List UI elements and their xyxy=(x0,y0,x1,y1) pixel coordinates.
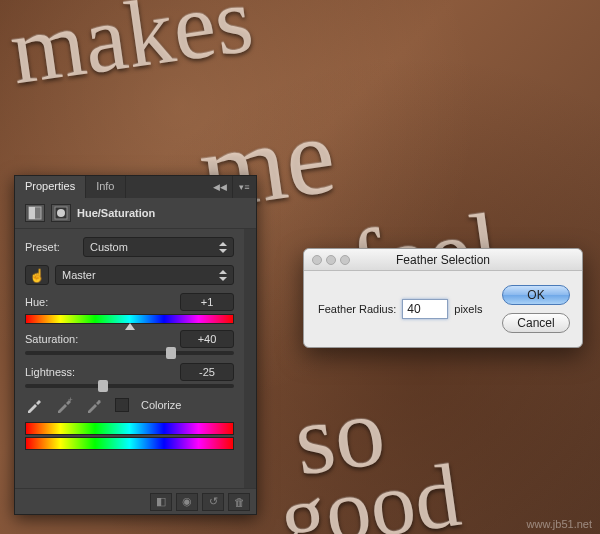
delete-adjustment-button[interactable]: 🗑 xyxy=(228,493,250,511)
feather-radius-unit: pixels xyxy=(454,303,482,315)
dialog-titlebar[interactable]: Feather Selection xyxy=(304,249,582,271)
lightness-input[interactable]: -25 xyxy=(180,363,234,381)
colorize-label: Colorize xyxy=(141,399,181,411)
ok-button[interactable]: OK xyxy=(502,285,570,305)
svg-rect-1 xyxy=(29,207,35,219)
properties-panel: Properties Info ◀◀ ▾≡ Hue/Saturation Pre… xyxy=(14,175,257,515)
preset-value: Custom xyxy=(90,241,128,253)
hue-slider-thumb[interactable] xyxy=(125,323,135,330)
hue-slider[interactable] xyxy=(25,314,234,324)
channel-value: Master xyxy=(62,269,96,281)
clip-to-layer-button[interactable]: ◧ xyxy=(150,493,172,511)
saturation-slider-thumb[interactable] xyxy=(166,347,176,359)
lightness-label: Lightness: xyxy=(25,366,77,378)
feather-radius-label: Feather Radius: xyxy=(318,303,396,315)
svg-text:-: - xyxy=(98,396,101,404)
eyedropper-add-icon[interactable]: + xyxy=(55,396,73,414)
close-window-icon[interactable] xyxy=(312,255,322,265)
view-previous-state-button[interactable]: ◉ xyxy=(176,493,198,511)
minimize-window-icon[interactable] xyxy=(326,255,336,265)
input-spectrum xyxy=(25,422,234,435)
reset-button[interactable]: ↺ xyxy=(202,493,224,511)
eyedropper-subtract-icon[interactable]: - xyxy=(85,396,103,414)
panel-menu-button[interactable]: ▾≡ xyxy=(232,176,256,198)
eyedropper-icon[interactable] xyxy=(25,396,43,414)
saturation-label: Saturation: xyxy=(25,333,78,345)
output-spectrum xyxy=(25,437,234,450)
targeted-adjustment-tool-icon[interactable]: ☝ xyxy=(25,265,49,285)
window-controls xyxy=(304,255,350,265)
preset-label: Preset: xyxy=(25,241,77,253)
saturation-input[interactable]: +40 xyxy=(180,330,234,348)
adjustment-layer-icon[interactable] xyxy=(25,204,45,222)
preset-dropdown[interactable]: Custom xyxy=(83,237,234,257)
mask-icon[interactable] xyxy=(51,204,71,222)
hue-input[interactable]: +1 xyxy=(180,293,234,311)
saturation-slider[interactable] xyxy=(25,351,234,355)
cancel-button[interactable]: Cancel xyxy=(502,313,570,333)
tab-info[interactable]: Info xyxy=(86,176,125,198)
panel-collapse-button[interactable]: ◀◀ xyxy=(208,176,232,198)
channel-dropdown[interactable]: Master xyxy=(55,265,234,285)
tab-properties[interactable]: Properties xyxy=(15,176,86,198)
lightness-slider[interactable] xyxy=(25,384,234,388)
panel-footer: ◧ ◉ ↺ 🗑 xyxy=(15,488,256,514)
zoom-window-icon[interactable] xyxy=(340,255,350,265)
lightness-slider-thumb[interactable] xyxy=(98,380,108,392)
panel-tabbar: Properties Info ◀◀ ▾≡ xyxy=(15,176,256,198)
feather-selection-dialog: Feather Selection Feather Radius: pixels… xyxy=(303,248,583,348)
adjustment-header: Hue/Saturation xyxy=(15,198,256,229)
hue-label: Hue: xyxy=(25,296,77,308)
colorize-checkbox[interactable] xyxy=(115,398,129,412)
feather-radius-input[interactable] xyxy=(402,299,448,319)
svg-text:+: + xyxy=(68,396,73,404)
svg-point-3 xyxy=(57,209,65,217)
adjustment-title: Hue/Saturation xyxy=(77,207,155,219)
